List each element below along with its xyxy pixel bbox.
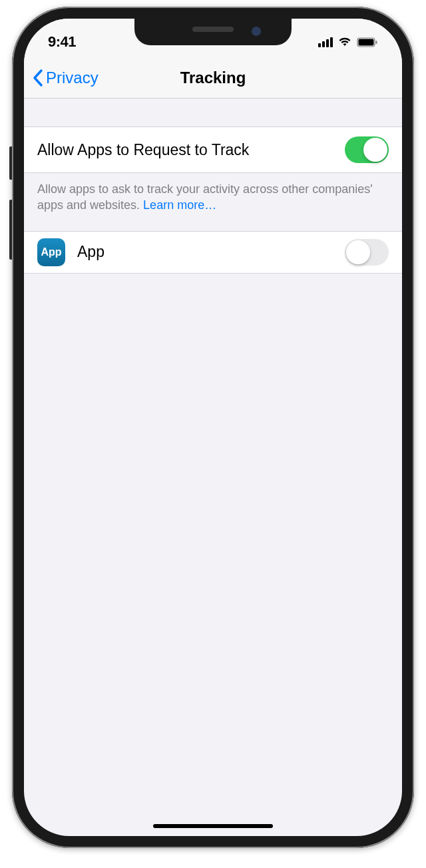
navigation-bar: Privacy Tracking	[24, 57, 402, 99]
speaker-grille	[192, 27, 234, 32]
content-area: Allow Apps to Request to Track Allow app…	[24, 99, 402, 274]
toggle-knob	[363, 138, 387, 162]
app-row-left: App App	[37, 238, 105, 266]
chevron-left-icon	[32, 69, 43, 87]
app-tracking-toggle[interactable]	[345, 239, 389, 266]
allow-tracking-row: Allow Apps to Request to Track	[24, 126, 402, 173]
screen: 9:41	[24, 19, 402, 836]
allow-tracking-label: Allow Apps to Request to Track	[37, 141, 249, 159]
learn-more-link[interactable]: Learn more…	[143, 198, 216, 212]
svg-rect-1	[359, 39, 374, 45]
svg-rect-2	[376, 41, 377, 44]
toggle-knob	[346, 240, 370, 264]
notch	[134, 19, 292, 45]
page-title: Tracking	[180, 69, 246, 87]
back-button[interactable]: Privacy	[32, 69, 99, 87]
app-row: App App	[24, 231, 402, 274]
back-label: Privacy	[46, 69, 99, 87]
home-indicator[interactable]	[153, 824, 273, 828]
allow-tracking-toggle[interactable]	[345, 136, 389, 163]
phone-frame: 9:41	[12, 7, 414, 848]
cellular-signal-icon	[318, 37, 333, 47]
app-name-label: App	[77, 243, 105, 261]
status-time: 9:41	[48, 33, 76, 51]
front-camera	[252, 27, 261, 36]
wifi-icon	[337, 37, 352, 47]
app-icon: App	[37, 238, 65, 266]
status-icons	[318, 37, 378, 47]
allow-tracking-footer: Allow apps to ask to track your activity…	[24, 173, 402, 231]
battery-icon	[357, 37, 378, 47]
